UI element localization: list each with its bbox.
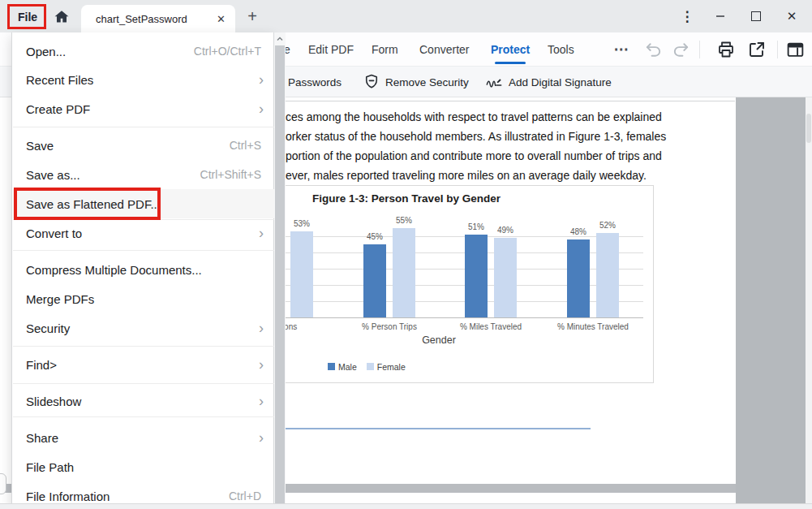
toolbar-divider — [699, 41, 700, 58]
menu-item-merge-pdfs[interactable]: Merge PDFs — [13, 284, 274, 313]
menu-item-label: Compress Multiple Documents... — [26, 263, 202, 277]
menu-item-shortcut: Ctrl+D — [229, 490, 261, 503]
chart-legend: MaleFemale — [328, 362, 406, 372]
figure-chart-box: Figure 1-3: Person Travel by Gender 45%5… — [243, 185, 654, 383]
menu-item-file-path[interactable]: File Path — [13, 452, 274, 481]
menu-item-save-as[interactable]: Save as...Ctrl+Shift+S — [13, 160, 274, 189]
scroll-up-icon[interactable] — [274, 34, 286, 44]
kebab-menu-icon[interactable]: ⋮ — [676, 5, 698, 28]
submenu-arrow-icon: › — [259, 72, 264, 87]
bar-value-label: 45% — [357, 232, 393, 241]
menu-item-shortcut: Ctrl+O/Ctrl+T — [194, 45, 261, 58]
bar-value-label: 55% — [386, 216, 422, 225]
remove-security-button[interactable]: Remove Security — [363, 67, 469, 97]
chart-gridline — [259, 236, 643, 237]
menu-divider — [13, 250, 274, 251]
chart-title: Figure 1-3: Person Travel by Gender — [293, 192, 520, 205]
menu-item-shortcut: Ctrl+Shift+S — [200, 168, 261, 181]
titlebar: File chart_SetPassword ✕ + ⋮ ✕ — [0, 0, 812, 32]
file-menu-panel: Open...Ctrl+O/Ctrl+TRecent Files›Create … — [11, 32, 274, 509]
menu-item-find[interactable]: Find>› — [13, 350, 274, 379]
workspace-background — [736, 97, 806, 509]
pdf-editor-window: File chart_SetPassword ✕ + ⋮ ✕ e Edit PD… — [0, 0, 812, 509]
more-tools-icon[interactable]: ⋯ — [611, 39, 632, 60]
menu-item-label: File Information — [26, 490, 110, 503]
menu-item-label: File Path — [26, 460, 74, 474]
paragraph-line: ces among the households with respect to… — [286, 107, 691, 127]
page-top-edge — [276, 101, 735, 101]
legend-item-female: Female — [367, 362, 406, 372]
bar-value-label: 52% — [590, 221, 625, 230]
legend-swatch — [328, 363, 335, 370]
menu-item-convert-to[interactable]: Convert to› — [13, 218, 274, 248]
bar-male-1 — [363, 244, 386, 317]
bar-female-1 — [393, 228, 415, 317]
menu-item-label: Security — [26, 321, 70, 335]
file-menu-scrollbar-thumb[interactable] — [275, 45, 285, 503]
menu-divider — [13, 416, 274, 417]
menu-item-create-pdf[interactable]: Create PDF› — [13, 94, 274, 123]
maximize-button[interactable] — [745, 5, 767, 28]
menu-item-label: Convert to — [26, 226, 82, 240]
document-tab[interactable]: chart_SetPassword ✕ — [81, 5, 235, 32]
ribbon-tab-converter[interactable]: Converter — [419, 32, 469, 67]
menu-item-label: Save — [26, 139, 54, 153]
paragraph-line: ever, males reported traveling more mile… — [286, 166, 691, 185]
menu-divider — [13, 383, 274, 384]
menu-item-label: Recent Files — [26, 73, 93, 87]
tab-close-icon[interactable]: ✕ — [217, 13, 226, 25]
highlight-box-file — [7, 4, 46, 29]
submenu-arrow-icon: › — [259, 226, 264, 240]
menu-item-save[interactable]: SaveCtrl+S — [13, 131, 274, 160]
paragraph-line: portion of the population and contribute… — [286, 146, 691, 166]
ribbon-tab-form[interactable]: Form — [372, 32, 398, 67]
file-menu: Open...Ctrl+O/Ctrl+TRecent Files›Create … — [11, 32, 286, 509]
passwords-button[interactable]: Passwords — [288, 67, 342, 97]
panel-handle[interactable] — [0, 473, 6, 494]
redo-icon[interactable] — [672, 40, 690, 58]
chart-category-label: % Person Trips — [341, 322, 438, 331]
page-layout-icon[interactable] — [785, 39, 806, 59]
submenu-arrow-icon: › — [259, 394, 264, 408]
document-tab-title: chart_SetPassword — [96, 13, 187, 25]
document-scrollbar-thumb[interactable] — [806, 114, 811, 143]
menu-item-label: Slideshow — [26, 395, 81, 408]
chart-xaxis-title: Gender — [398, 334, 479, 346]
ribbon-tab-edit-pdf[interactable]: Edit PDF — [308, 32, 354, 67]
status-bar — [0, 503, 812, 509]
document-paragraph: ces among the households with respect to… — [286, 107, 691, 185]
menu-item-security[interactable]: Security› — [13, 313, 274, 343]
print-icon[interactable] — [716, 40, 736, 59]
submenu-arrow-icon: › — [259, 321, 264, 335]
shield-minus-icon — [363, 73, 380, 92]
legend-item-male: Male — [328, 362, 357, 372]
export-share-icon[interactable] — [747, 40, 767, 59]
menu-item-label: Find> — [26, 358, 57, 372]
home-icon[interactable] — [52, 7, 71, 27]
menu-item-share[interactable]: Share› — [13, 423, 274, 452]
paragraph-line: orker status of the household members. A… — [286, 127, 691, 146]
menu-item-compress-multiple-documents[interactable]: Compress Multiple Documents... — [13, 255, 274, 284]
legend-swatch — [367, 363, 374, 370]
add-digital-signature-button[interactable]: Add Digital Signature — [485, 67, 612, 97]
undo-icon[interactable] — [644, 40, 663, 58]
submenu-arrow-icon: › — [259, 357, 264, 372]
file-menu-scrollbar[interactable] — [274, 32, 286, 509]
remove-security-label: Remove Security — [385, 76, 469, 88]
menu-item-label: Open... — [26, 45, 66, 58]
ribbon-tab-protect[interactable]: Protect — [491, 32, 530, 67]
document-horizontal-rule — [276, 428, 591, 429]
highlight-box-save-as-flattened — [14, 188, 161, 220]
toolbar-divider — [777, 41, 778, 58]
bar-value-label: 53% — [284, 219, 320, 228]
bar-female-2 — [494, 238, 517, 317]
new-tab-button[interactable]: + — [243, 6, 261, 26]
menu-divider — [13, 127, 274, 127]
menu-item-slideshow[interactable]: Slideshow› — [13, 386, 274, 416]
minimize-button[interactable] — [709, 5, 732, 28]
ribbon-tab-tools[interactable]: Tools — [548, 32, 574, 67]
menu-item-recent-files[interactable]: Recent Files› — [13, 65, 274, 94]
menu-item-open[interactable]: Open...Ctrl+O/Ctrl+T — [13, 37, 274, 66]
close-button[interactable]: ✕ — [780, 5, 803, 28]
document-scrollbar[interactable] — [806, 97, 812, 509]
